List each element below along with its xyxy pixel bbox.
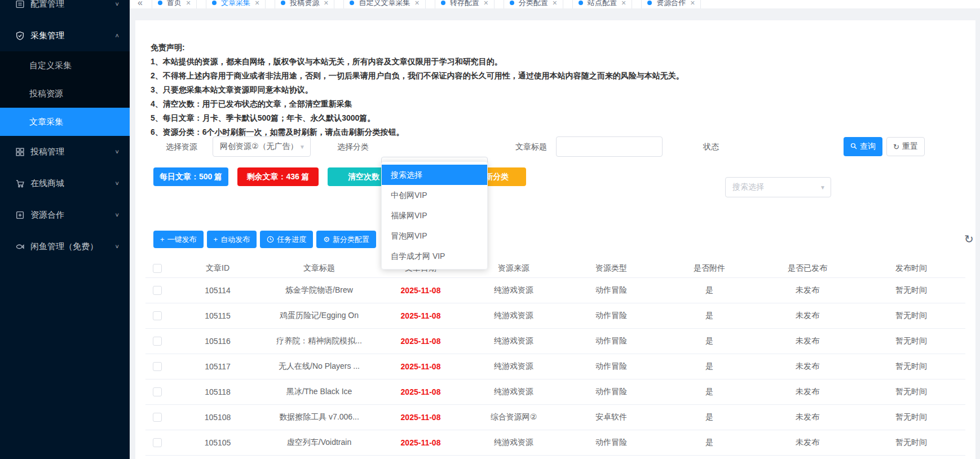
sidebar-item-custom-collect[interactable]: 自定义采集 <box>0 51 130 80</box>
tab-dot <box>510 1 514 5</box>
dropdown-option[interactable]: 冒泡网VIP <box>382 226 487 246</box>
disclaimer-line: 5、每日文章：月卡、季卡默认500篇；年卡、永久默认3000篇。 <box>151 111 684 125</box>
cell-has-attachment: 是 <box>661 328 758 354</box>
close-icon[interactable]: × <box>186 0 191 7</box>
tab-scroll-left-icon[interactable]: « <box>138 0 143 8</box>
dropdown-option[interactable]: 搜索选择 <box>382 165 487 185</box>
tab-resource-cooperation[interactable]: 资源合作 × <box>641 0 701 9</box>
cell-has-attachment: 是 <box>661 404 758 430</box>
sidebar-item-cooperation[interactable]: 资源合作 ∨ <box>0 199 130 231</box>
cell-resource-type: 动作冒险 <box>562 328 661 354</box>
close-icon[interactable]: × <box>553 0 557 7</box>
tab-dot <box>579 1 583 5</box>
cell-article-date: 2025-11-08 <box>376 404 466 430</box>
dropdown-option[interactable]: 中创网VIP <box>382 185 487 205</box>
chevron-down-icon: ∨ <box>114 243 120 249</box>
close-icon[interactable]: × <box>621 0 626 7</box>
resource-select-value: 网创资源②（无广告） <box>220 142 295 152</box>
tab-custom-article-collect[interactable]: 自定义文章采集 × <box>343 0 425 9</box>
close-icon[interactable]: × <box>255 0 259 7</box>
sidebar-item-mall[interactable]: 在线商城 ∨ <box>0 167 130 199</box>
table-refresh-icon[interactable]: ↻ <box>964 232 974 246</box>
sidebar-item-submit-resource[interactable]: 投稿资源 <box>0 80 130 108</box>
dropdown-option[interactable]: 福缘网VIP <box>382 205 487 226</box>
row-checkbox[interactable] <box>153 337 162 346</box>
chevron-down-icon: ▼ <box>299 144 305 150</box>
sidebar-item-config[interactable]: 配置管理 ∨ <box>0 0 130 20</box>
tab-site-config[interactable]: 站点配置 × <box>572 0 632 9</box>
sidebar-item-article-collect[interactable]: 文章采集 <box>0 108 130 136</box>
auto-publish-label: 自动发布 <box>220 235 250 245</box>
reset-button[interactable]: ↻ 重置 <box>886 137 925 156</box>
cell-resource-source: 纯游戏资源 <box>466 328 562 354</box>
tab-dot <box>158 1 162 5</box>
stats-bar: 每日文章：500 篇 剩余文章：436 篇 清空次数：0 ↻ 刷新分类 <box>135 167 975 186</box>
sidebar-item-label: 投稿管理 <box>30 147 114 157</box>
cell-resource-type: 动作冒险 <box>562 379 661 404</box>
tab-transfer-config[interactable]: 转存配置 × <box>435 0 495 9</box>
chevron-up-icon: ∧ <box>114 32 120 38</box>
cell-has-attachment: 是 <box>661 354 758 379</box>
cell-article-date: 2025-11-08 <box>376 328 466 354</box>
close-icon[interactable]: × <box>324 0 328 7</box>
select-all-checkbox[interactable] <box>153 264 162 273</box>
cell-is-published: 未发布 <box>758 379 857 404</box>
plus-icon: + <box>214 236 218 243</box>
cell-article-title: 炼金学院物语/Brew <box>263 277 376 303</box>
plus-icon: + <box>160 236 165 243</box>
cell-article-id: 105108 <box>173 404 263 430</box>
table-row: 105108 数据擦除工具 v7.006... 2025-11-08 综合资源网… <box>145 404 965 430</box>
one-click-publish-button[interactable]: + 一键发布 <box>153 231 204 248</box>
cell-article-id: 105118 <box>173 379 263 404</box>
table-row: 105115 鸡蛋历险记/Egging On 2025-11-08 纯游戏资源 … <box>145 303 965 328</box>
sidebar-item-xianyu[interactable]: 闲鱼管理（免费） ∨ <box>0 231 130 262</box>
chevron-down-icon: ∨ <box>114 211 120 218</box>
dropdown-option[interactable]: 自学成才网 VIP <box>382 246 487 266</box>
tab-category-config[interactable]: 分类配置 × <box>504 0 563 9</box>
sidebar-item-submit-manage[interactable]: 投稿管理 ∨ <box>0 136 130 167</box>
close-icon[interactable]: × <box>690 0 695 7</box>
task-progress-button[interactable]: 任务进度 <box>260 231 313 248</box>
reset-button-label: 重置 <box>902 142 918 152</box>
cell-article-title: 疗养院：精神病院模拟... <box>263 328 376 354</box>
cell-publish-time: 暂无时间 <box>857 303 965 328</box>
cell-resource-type: 安卓软件 <box>562 404 661 430</box>
close-icon[interactable]: × <box>484 0 488 7</box>
tab-label: 首页 <box>167 0 182 8</box>
tab-article-collect[interactable]: 文章采集 × <box>206 0 266 9</box>
tab-bar: « 首页 × 文章采集 × 投稿资源 × 自 <box>130 0 980 9</box>
clock-icon <box>267 236 274 243</box>
new-category-config-button[interactable]: ⚙ 新分类配置 <box>316 231 376 248</box>
col-publish-time: 发布时间 <box>857 259 965 277</box>
close-icon[interactable]: × <box>414 0 419 7</box>
daily-articles-badge: 每日文章：500 篇 <box>153 167 228 186</box>
resource-select[interactable]: 网创资源②（无广告） ▼ <box>213 136 311 157</box>
row-checkbox[interactable] <box>153 311 162 320</box>
row-checkbox[interactable] <box>153 387 162 396</box>
table-header-row: 文章ID 文章标题 文章日期 资源来源 资源类型 是否附件 是否已发布 发布时间 <box>145 259 965 277</box>
main-area: « 首页 × 文章采集 × 投稿资源 × 自 <box>130 0 980 459</box>
cell-resource-type: 动作冒险 <box>562 354 661 379</box>
tab-submit-resource[interactable]: 投稿资源 × <box>275 0 334 9</box>
row-checkbox[interactable] <box>153 362 162 371</box>
article-title-input[interactable] <box>556 136 663 157</box>
col-is-published: 是否已发布 <box>758 259 857 277</box>
cell-article-id: 105114 <box>173 277 263 303</box>
filter-bar: 选择资源 网创资源②（无广告） ▼ 选择分类 搜索选择 ▲ 文章标题 状态 搜索… <box>135 136 975 157</box>
tab-home[interactable]: 首页 × <box>152 0 197 9</box>
cell-resource-type: 动作冒险 <box>562 430 661 455</box>
tab-label: 资源合作 <box>656 0 686 8</box>
table-row: 105118 黑冰/The Black Ice 2025-11-08 纯游戏资源… <box>145 379 965 404</box>
auto-publish-button[interactable]: + 自动发布 <box>207 231 257 248</box>
cell-article-title: 黑冰/The Black Ice <box>263 379 376 404</box>
cell-article-title: 鸡蛋历险记/Egging On <box>263 303 376 328</box>
row-checkbox[interactable] <box>153 438 162 447</box>
row-checkbox[interactable] <box>153 413 162 422</box>
sidebar-item-collect[interactable]: 采集管理 ∧ <box>0 20 130 51</box>
query-button[interactable]: 查询 <box>844 137 882 156</box>
row-checkbox[interactable] <box>153 286 162 295</box>
sidebar-menu: 配置管理 ∨ 采集管理 ∧ 自定义采集 投稿资源 文章采集 <box>0 0 130 262</box>
col-has-attachment: 是否附件 <box>661 259 758 277</box>
sidebar-item-label: 资源合作 <box>30 210 114 220</box>
cell-article-title: 无人在线/No Players ... <box>263 354 376 379</box>
